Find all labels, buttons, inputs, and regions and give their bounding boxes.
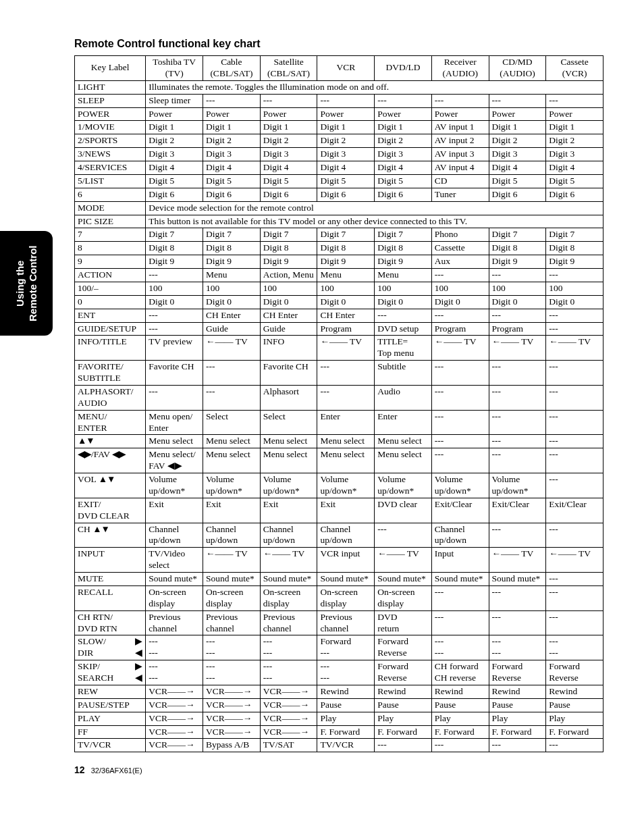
key-label-cell: PIC SIZE bbox=[75, 215, 146, 228]
data-cell: --- bbox=[431, 309, 489, 322]
data-cell: Menu select bbox=[260, 435, 317, 448]
data-cell: --- bbox=[489, 94, 546, 107]
data-cell: Menu select bbox=[317, 435, 375, 448]
data-cell: Program bbox=[317, 322, 375, 336]
data-cell: Digit 9 bbox=[260, 255, 317, 269]
data-cell: Exit bbox=[260, 498, 317, 523]
data-cell: --- bbox=[489, 435, 546, 448]
data-cell: AV input 1 bbox=[431, 121, 489, 134]
data-cell: Volumeup/down* bbox=[489, 473, 546, 498]
data-cell: Digit 3 bbox=[489, 148, 546, 161]
data-cell: Digit 3 bbox=[317, 148, 375, 161]
data-cell: ←—— TV bbox=[375, 548, 432, 573]
data-cell: Digit 5 bbox=[317, 174, 375, 188]
data-cell: --- bbox=[146, 385, 203, 410]
data-cell: ←—— TV bbox=[546, 336, 603, 361]
table-row: 9Digit 9Digit 9Digit 9Digit 9Digit 9AuxD… bbox=[75, 255, 603, 269]
data-cell: VCR——→ bbox=[260, 685, 317, 698]
data-cell: Menu select bbox=[203, 435, 261, 448]
data-cell: Digit 5 bbox=[203, 174, 261, 188]
data-cell: --- bbox=[431, 385, 489, 410]
data-cell: Volumeup/down* bbox=[431, 473, 489, 498]
data-cell: Rewind bbox=[489, 685, 546, 698]
data-cell: F. Forward bbox=[431, 725, 489, 739]
data-cell: DVD setup bbox=[375, 322, 432, 336]
data-cell: Sound mute* bbox=[203, 573, 261, 586]
data-cell: --- bbox=[546, 410, 603, 435]
data-cell: Digit 4 bbox=[317, 161, 375, 175]
data-cell: Exit bbox=[203, 498, 261, 523]
data-cell: VCR——→ bbox=[260, 712, 317, 725]
data-cell: On-screendisplay bbox=[317, 585, 375, 610]
data-cell: Digit 1 bbox=[546, 121, 603, 134]
data-cell: --- bbox=[489, 610, 546, 635]
data-cell: --- bbox=[489, 410, 546, 435]
data-cell: CH Enter bbox=[317, 309, 375, 322]
key-label-cell: 100/– bbox=[75, 282, 146, 295]
data-cell: Power bbox=[375, 107, 432, 121]
data-cell: Digit 7 bbox=[489, 228, 546, 242]
data-cell: --- bbox=[431, 739, 489, 752]
data-cell: CH Enter bbox=[260, 309, 317, 322]
data-cell: Digit 5 bbox=[146, 174, 203, 188]
data-cell: AV input 3 bbox=[431, 148, 489, 161]
data-cell: Menu select/FAV ◀▶ bbox=[146, 448, 203, 473]
data-cell: Digit 6 bbox=[317, 188, 375, 201]
data-cell: Menu select bbox=[317, 448, 375, 473]
data-cell: F. Forward bbox=[546, 725, 603, 739]
table-row: 1/MOVIEDigit 1Digit 1Digit 1Digit 1Digit… bbox=[75, 121, 603, 134]
data-cell: --- bbox=[546, 94, 603, 107]
data-cell: Menu bbox=[203, 269, 261, 282]
table-row: REWVCR——→VCR——→VCR——→RewindRewindRewindR… bbox=[75, 685, 603, 698]
data-cell: Action, Menu bbox=[260, 269, 317, 282]
key-chart-table: Key LabelToshiba TV(TV)Cable(CBL/SAT)Sat… bbox=[74, 55, 603, 752]
data-cell: Menu select bbox=[203, 448, 261, 473]
data-cell: VCR——→ bbox=[146, 739, 203, 752]
key-label-cell: CH RTN/DVD RTN bbox=[75, 610, 146, 635]
data-cell: --- bbox=[489, 269, 546, 282]
data-cell: --- bbox=[546, 269, 603, 282]
table-row: 4/SERVICESDigit 4Digit 4Digit 4Digit 4Di… bbox=[75, 161, 603, 175]
data-cell: TITLE=Top menu bbox=[375, 336, 432, 361]
span-cell: Illuminates the remote. Toggles the Illu… bbox=[146, 80, 603, 94]
data-cell: Digit 2 bbox=[489, 134, 546, 148]
data-cell: Exit bbox=[146, 498, 203, 523]
data-cell: Subtitle bbox=[375, 361, 432, 386]
data-cell: --- bbox=[431, 435, 489, 448]
data-cell: Enter bbox=[317, 410, 375, 435]
table-head: Key LabelToshiba TV(TV)Cable(CBL/SAT)Sat… bbox=[75, 56, 603, 81]
data-cell: Digit 1 bbox=[317, 121, 375, 134]
data-cell: --- bbox=[431, 448, 489, 473]
header-device: Toshiba TV(TV) bbox=[146, 56, 203, 81]
data-cell: F. Forward bbox=[489, 725, 546, 739]
data-cell: Digit 8 bbox=[375, 242, 432, 255]
data-cell: ------ bbox=[546, 635, 603, 660]
key-label-cell: 8 bbox=[75, 242, 146, 255]
data-cell: --- bbox=[489, 739, 546, 752]
table-row: SLOW/▶DIR◀------------------Forward---Fo… bbox=[75, 635, 603, 660]
data-cell: Menu bbox=[317, 269, 375, 282]
data-cell: ←—— TV bbox=[431, 336, 489, 361]
data-cell: Digit 0 bbox=[431, 295, 489, 309]
data-cell: Digit 9 bbox=[546, 255, 603, 269]
data-cell: Sound mute* bbox=[317, 573, 375, 586]
data-cell: Channelup/down bbox=[146, 523, 203, 548]
table-row: ▲▼Menu selectMenu selectMenu selectMenu … bbox=[75, 435, 603, 448]
data-cell: Play bbox=[546, 712, 603, 725]
data-cell: 100 bbox=[489, 282, 546, 295]
data-cell: Pause bbox=[546, 698, 603, 712]
data-cell: Power bbox=[546, 107, 603, 121]
data-cell: Digit 0 bbox=[375, 295, 432, 309]
header-device: DVD/LD bbox=[375, 56, 432, 81]
key-label-cell: 4/SERVICES bbox=[75, 161, 146, 175]
data-cell: 100 bbox=[146, 282, 203, 295]
page: Using the Remote Control Remote Control … bbox=[0, 0, 644, 834]
data-cell: Digit 7 bbox=[317, 228, 375, 242]
model-code: 32/36AFX61(E) bbox=[91, 766, 142, 775]
key-label-cell: SLOW/▶DIR◀ bbox=[75, 635, 146, 660]
data-cell: --- bbox=[489, 523, 546, 548]
table-row: 5/LISTDigit 5Digit 5Digit 5Digit 5Digit … bbox=[75, 174, 603, 188]
key-label-cell: EXIT/DVD CLEAR bbox=[75, 498, 146, 523]
key-label-cell: LIGHT bbox=[75, 80, 146, 94]
table-row: MODEDevice mode selection for the remote… bbox=[75, 201, 603, 215]
